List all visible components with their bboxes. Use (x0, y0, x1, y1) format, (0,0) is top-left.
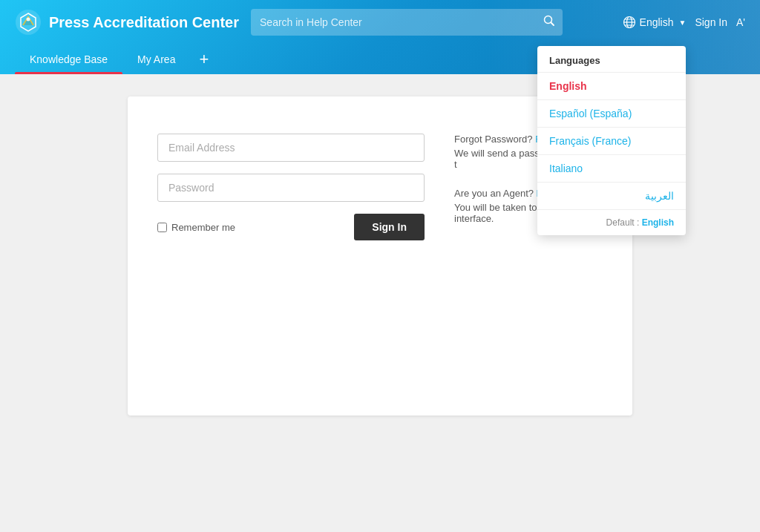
svg-point-4 (27, 18, 30, 22)
search-icon (543, 15, 555, 27)
search-bar (251, 9, 563, 36)
search-input[interactable] (251, 10, 536, 34)
nav-item-knowledge-base[interactable]: Knowledge Base (15, 45, 122, 74)
logo-icon (15, 9, 42, 36)
dropdown-arrow: ▼ (678, 19, 686, 27)
sign-in-link[interactable]: Sign In (695, 16, 727, 28)
language-dropdown-default: Default : English (537, 209, 686, 235)
header-right: English ▼ Sign In A' (623, 16, 745, 29)
remember-me-label[interactable]: Remember me (157, 222, 235, 233)
search-button[interactable] (536, 9, 563, 36)
lang-option-arabic[interactable]: العربية (537, 182, 686, 209)
language-button[interactable]: English ▼ (623, 16, 687, 29)
font-size-button[interactable]: A' (736, 16, 745, 28)
language-dropdown-title: Languages (537, 46, 686, 72)
lang-option-italian[interactable]: Italiano (537, 154, 686, 182)
default-lang-label: English (642, 217, 674, 228)
header-top-bar: Press Accreditation Center (0, 0, 760, 45)
globe-icon (623, 16, 636, 29)
nav-add-button[interactable]: + (190, 45, 217, 73)
login-form-section: Remember me Sign In (157, 134, 425, 356)
header-wrapper: Press Accreditation Center (0, 0, 760, 74)
svg-line-6 (551, 23, 554, 26)
logo-area: Press Accreditation Center (15, 9, 239, 36)
lang-option-french[interactable]: Français (France) (537, 127, 686, 154)
signin-button[interactable]: Sign In (354, 214, 425, 240)
lang-option-spanish[interactable]: Español (España) (537, 99, 686, 127)
remember-me-checkbox[interactable] (157, 223, 167, 232)
nav-item-my-area[interactable]: My Area (122, 45, 190, 74)
email-field[interactable] (157, 134, 425, 162)
language-label: English (640, 16, 674, 28)
lang-option-english[interactable]: English (537, 72, 686, 99)
site-title: Press Accreditation Center (49, 14, 239, 31)
language-dropdown: Languages English Español (España) Franç… (537, 46, 686, 235)
remember-row: Remember me Sign In (157, 214, 425, 240)
password-field[interactable] (157, 174, 425, 202)
